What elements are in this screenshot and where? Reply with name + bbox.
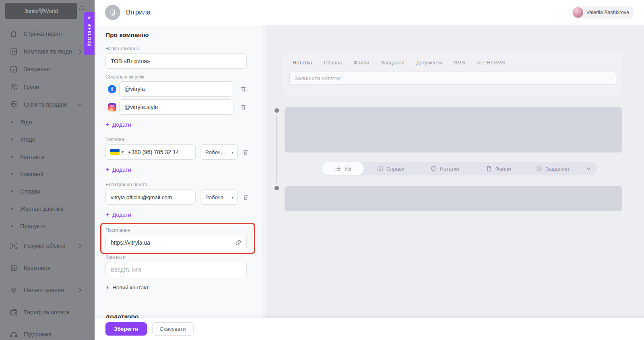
phone-label: Телефон [105, 137, 126, 142]
contact-name-input[interactable] [105, 262, 247, 277]
sidebar-item-settings[interactable]: Налаштування [0, 279, 95, 301]
ukraine-flag-icon [110, 149, 120, 155]
sidebar-subitem-products[interactable]: Продукти [0, 217, 95, 235]
sidebar-item-label: Підтримка [24, 331, 52, 338]
sidebar: Junior ♥ World Стрічка новин Компанія та… [0, 0, 95, 340]
sidebar-item-shop[interactable]: Крамниця [0, 257, 95, 279]
tab-tasks[interactable]: Завдання [381, 60, 404, 66]
sidebar-subitem-call-log[interactable]: Журнал дзвінків [0, 200, 95, 217]
link-label: Посилання [105, 227, 130, 233]
list-icon [335, 166, 341, 171]
add-email-button[interactable]: + Додати [105, 212, 131, 218]
sidebar-item-label: Компанія та люди [24, 48, 72, 55]
sidebar-item-tariff-payment[interactable]: Тариф та оплата [0, 301, 95, 323]
notification-bell-icon[interactable] [78, 5, 85, 12]
company-panel-tab-label: Компанія [86, 23, 92, 47]
add-phone-button[interactable]: + Додати [105, 167, 131, 173]
email-type-select[interactable]: Робоча ▾ [200, 190, 238, 205]
activity-filter-bar: Усі Справи Нотатки Файли Завдання [322, 162, 597, 175]
coins-stack-icon [9, 100, 19, 109]
save-button[interactable]: Зберегти [105, 322, 147, 336]
instagram-handle-input[interactable] [119, 99, 233, 115]
sidebar-item-label: Групи [24, 84, 39, 90]
company-name-input[interactable] [105, 54, 247, 69]
filter-all[interactable]: Усі [322, 162, 364, 175]
tab-note[interactable]: Нотатка [293, 60, 312, 66]
bullet-icon [11, 156, 13, 158]
tab-files[interactable]: Файли [353, 60, 369, 66]
email-input[interactable] [105, 190, 196, 205]
contacts-label: Контакти [105, 254, 126, 260]
sidebar-subitem-label: Журнал дзвінків [20, 206, 64, 212]
logo-text-left: Junior [24, 8, 39, 14]
sidebar-subitem-label: Продукти [20, 223, 45, 229]
cancel-button[interactable]: Скасувати [152, 322, 194, 336]
section-title-about: Про компанію [105, 31, 149, 39]
delete-instagram-icon[interactable] [240, 103, 247, 111]
sidebar-subitem-leads[interactable]: Ліди [0, 113, 95, 131]
company-name-label: Назва компанії [105, 46, 139, 52]
home-icon [9, 29, 19, 39]
close-icon[interactable]: × [87, 15, 91, 21]
logo-text-right: World [44, 8, 58, 14]
company-avatar [105, 5, 120, 20]
sidebar-item-support[interactable]: Підтримка [0, 323, 95, 340]
storefront-icon [9, 263, 19, 273]
sidebar-item-crm-sales[interactable]: CRM та продажі [0, 96, 95, 113]
filter-more-chevron[interactable] [580, 167, 597, 170]
sidebar-item-label: Крамниця [24, 265, 51, 271]
note-input[interactable] [289, 72, 616, 85]
sidebar-item-smart-objects[interactable]: Розумні об'єкти [0, 235, 95, 257]
sidebar-subitem-companies[interactable]: Компанії [0, 165, 95, 183]
phone-country-selector[interactable]: ▾ [110, 149, 124, 155]
composer-tabs: Нотатка Справа Файли Завдання Документи … [283, 53, 622, 66]
app-logo[interactable]: Junior ♥ World [5, 3, 77, 19]
sidebar-subitem-contacts[interactable]: Контакти [0, 148, 95, 165]
calendar-check-icon [9, 64, 19, 74]
add-email-label: Додати [112, 212, 131, 218]
note-bubble-icon [431, 166, 437, 172]
sidebar-item-tasks[interactable]: Завдання [0, 60, 95, 78]
tab-sms[interactable]: SMS [454, 60, 465, 66]
filter-label: Файли [495, 166, 511, 172]
scrollbar-track[interactable] [262, 25, 266, 340]
filter-files[interactable]: Файли [472, 166, 526, 172]
headset-icon [9, 330, 19, 339]
delete-facebook-icon[interactable] [240, 85, 247, 93]
delete-phone-icon[interactable] [242, 148, 249, 156]
tab-documents[interactable]: Документи [416, 60, 442, 66]
page-title: Вітрила [126, 8, 151, 16]
sidebar-item-groups[interactable]: Групи [0, 78, 95, 96]
sidebar-subitem-label: Справи [20, 188, 40, 195]
bullet-icon [11, 121, 13, 123]
link-icon[interactable] [235, 239, 242, 246]
company-panel-tab[interactable]: × Компанія [84, 12, 95, 55]
sidebar-item-label: Налаштування [24, 287, 64, 293]
filter-notes[interactable]: Нотатки [418, 166, 472, 172]
user-name: Valeriia Bashkirova [586, 10, 629, 15]
sidebar-item-label: Завдання [24, 66, 50, 72]
sidebar-item-news-feed[interactable]: Стрічка новин [0, 25, 95, 43]
sidebar-subitem-deals[interactable]: Угоди [0, 131, 95, 148]
plus-icon: + [105, 122, 109, 128]
sidebar-item-company-people[interactable]: Компанія та люди [0, 43, 95, 60]
scan-icon [9, 241, 19, 251]
facebook-handle-input[interactable] [119, 81, 233, 97]
add-phone-label: Додати [112, 167, 131, 173]
new-contact-button[interactable]: + Новий контакт [105, 284, 149, 291]
tab-alphasms[interactable]: ALPHASMS [477, 60, 506, 66]
website-link-input[interactable] [105, 235, 247, 250]
delete-email-icon[interactable] [242, 194, 249, 201]
wallet-icon [9, 307, 19, 317]
facebook-glyph: f [111, 86, 113, 93]
tab-activity[interactable]: Справа [324, 60, 342, 66]
phone-type-select[interactable]: Робоч... ▾ [200, 144, 238, 160]
sidebar-subitem-label: Ліди [20, 119, 32, 126]
filter-tasks[interactable]: Завдання [526, 166, 580, 172]
plus-icon: + [105, 167, 109, 173]
sidebar-subitem-activities[interactable]: Справи [0, 183, 95, 200]
user-chip[interactable]: Valeriia Bashkirova [572, 6, 634, 19]
sidebar-subitem-label: Контакти [20, 154, 44, 160]
add-social-button[interactable]: + Додати [105, 122, 131, 128]
filter-activities[interactable]: Справи [364, 166, 418, 172]
